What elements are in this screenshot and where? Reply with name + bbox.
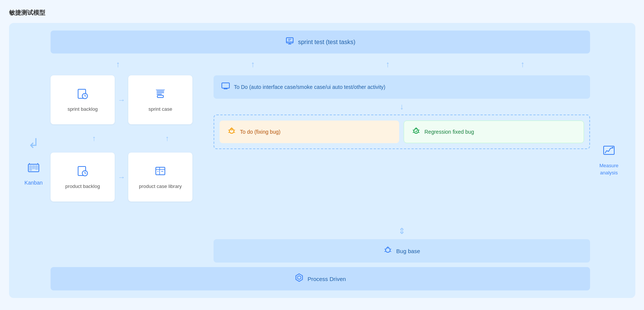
todo-icon	[221, 81, 230, 93]
product-case-library-icon	[154, 165, 166, 180]
arrow-up-2: ↑	[251, 60, 255, 69]
svg-line-43	[384, 251, 386, 252]
product-backlog-label: product backlog	[65, 183, 100, 189]
arrow-updown-1: ⇕	[214, 227, 590, 235]
svg-rect-15	[156, 89, 165, 90]
svg-line-32	[228, 132, 229, 133]
sprint-case-card: sprint case	[128, 75, 192, 124]
kanban-sidebar: ↲ Kanban	[17, 31, 51, 290]
sprint-test-label: sprint test (test tasks)	[298, 39, 355, 46]
todo-bar: To Do (auto interface case/smoke case/ui…	[214, 75, 590, 99]
svg-rect-16	[157, 92, 164, 93]
arrow-up-3: ↑	[386, 60, 390, 69]
svg-rect-18	[157, 95, 163, 98]
sprint-case-icon	[154, 88, 166, 102]
svg-line-44	[390, 251, 391, 252]
product-backlog-icon	[77, 165, 89, 180]
measure-icon	[603, 145, 615, 159]
middle-section: sprint backlog →	[51, 75, 590, 263]
process-driven-label: Process Driven	[307, 276, 346, 282]
svg-line-39	[418, 132, 420, 133]
svg-point-35	[414, 129, 418, 133]
svg-rect-2	[32, 165, 35, 169]
svg-line-38	[413, 132, 414, 133]
svg-marker-45	[296, 274, 302, 281]
arrow-product-right: →	[118, 173, 125, 182]
svg-point-48	[612, 147, 613, 148]
svg-marker-46	[298, 276, 301, 279]
svg-rect-14	[157, 91, 164, 92]
process-icon	[295, 273, 304, 284]
regression-bug-label: Regression fixed bug	[424, 129, 474, 135]
svg-line-41	[384, 249, 386, 249]
sprint-backlog-label: sprint backlog	[68, 106, 98, 112]
arrow-up-product-1: ↑	[62, 133, 126, 144]
svg-line-42	[390, 249, 391, 249]
product-case-library-label: product case library	[139, 183, 181, 189]
svg-rect-26	[222, 83, 229, 88]
bug-base-bar: Bug base	[214, 239, 590, 263]
bug-section: To do (fixing bug)	[214, 115, 590, 223]
arrow-sprint-right: →	[118, 96, 125, 104]
right-flow: To Do (auto interface case/smoke case/ui…	[214, 75, 590, 263]
svg-rect-21	[156, 167, 165, 175]
svg-line-31	[234, 130, 235, 130]
arrow-up-1: ↑	[116, 60, 120, 69]
kanban-curve-icon: ↲	[28, 136, 39, 151]
arrow-up-product-2: ↑	[135, 133, 199, 144]
sprint-backlog-card: sprint backlog	[51, 75, 115, 124]
svg-point-40	[386, 248, 390, 252]
product-row: product backlog →	[51, 153, 209, 202]
sprint-row: sprint backlog →	[51, 75, 209, 124]
page-title: 敏捷测试模型	[9, 9, 635, 17]
svg-line-30	[228, 130, 229, 130]
sprint-test-icon	[285, 37, 294, 47]
arrows-row-1: ↑ ↑ ↑ ↑	[51, 58, 590, 71]
sprint-case-label: sprint case	[149, 106, 172, 112]
fixing-bug-label: To do (fixing bug)	[240, 129, 280, 135]
product-backlog-card: product backlog	[51, 153, 115, 202]
svg-rect-1	[29, 165, 32, 171]
svg-rect-3	[35, 165, 38, 170]
svg-rect-17	[157, 94, 162, 95]
todo-label: To Do (auto interface case/smoke case/ui…	[234, 84, 386, 90]
svg-line-36	[413, 130, 414, 130]
arrow-down-1: ↓	[214, 102, 590, 111]
arrow-up-4: ↑	[521, 60, 525, 69]
process-bar: Process Driven	[51, 267, 590, 290]
measure-sidebar: Measure analysis	[590, 31, 628, 290]
kanban-label: Kanban	[25, 180, 43, 186]
svg-point-29	[229, 129, 234, 133]
left-boxes: sprint backlog →	[51, 75, 209, 263]
svg-line-33	[234, 132, 235, 133]
kanban-icon	[28, 162, 40, 177]
measure-label: Measure analysis	[590, 162, 628, 176]
diagram-container: ↲ Kanban	[9, 23, 635, 298]
bug-base-icon	[383, 245, 392, 257]
fixing-bug-card: To do (fixing bug)	[220, 121, 399, 143]
svg-line-37	[418, 130, 420, 130]
fixing-bug-icon	[227, 126, 236, 137]
regression-bug-card: Regression fixed bug	[404, 121, 584, 143]
main-content: sprint test (test tasks) ↑ ↑ ↑ ↑	[51, 31, 590, 290]
bug-base-label: Bug base	[396, 248, 420, 254]
between-rows-arrows: ↑ ↑	[51, 130, 209, 147]
regression-bug-icon	[412, 126, 421, 137]
sprint-backlog-icon	[77, 88, 89, 102]
product-case-library-card: product case library	[128, 153, 192, 202]
bug-row: To do (fixing bug)	[214, 115, 590, 149]
sprint-test-bar: sprint test (test tasks)	[51, 31, 590, 53]
